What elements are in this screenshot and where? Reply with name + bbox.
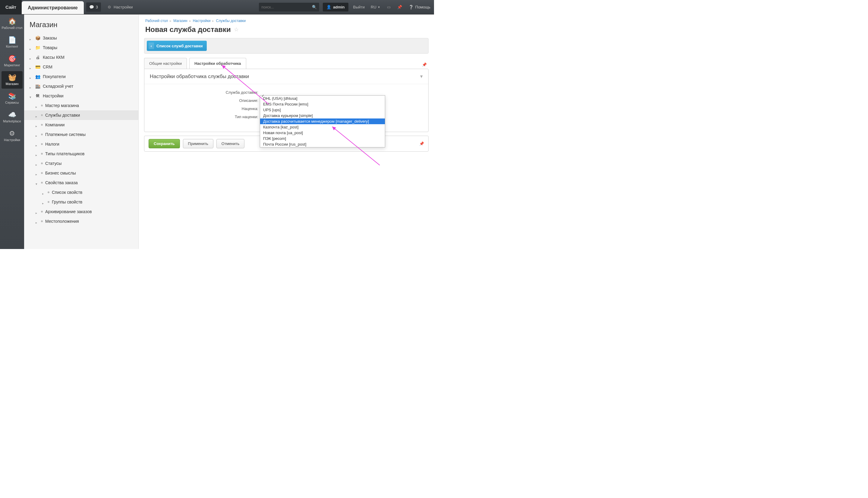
- apply-button[interactable]: Применить: [183, 139, 213, 148]
- tree-node[interactable]: Платежные системы: [24, 130, 138, 139]
- tree-node[interactable]: Группы свойств: [24, 197, 138, 207]
- bullet-icon: [41, 211, 43, 212]
- search-box[interactable]: 🔍: [259, 3, 319, 11]
- breadcrumb-link[interactable]: Рабочий стол: [145, 19, 168, 23]
- expand-arrow-icon: [29, 94, 32, 97]
- navrail-label: Сервисы: [5, 101, 19, 104]
- tree-node[interactable]: Службы доставки: [24, 110, 138, 120]
- tree-label: Покупатели: [43, 74, 66, 79]
- tab-handler[interactable]: Настройки обработчика: [189, 58, 246, 69]
- search-input[interactable]: [261, 5, 312, 9]
- user-button[interactable]: 👤 admin: [323, 3, 348, 11]
- expand-arrow-icon: [36, 171, 39, 174]
- expand-arrow-icon: [29, 85, 32, 88]
- collapse-icon[interactable]: ▾: [420, 73, 423, 80]
- tree-node[interactable]: 💳CRM: [24, 62, 138, 72]
- tab-site[interactable]: Сайт: [0, 0, 22, 14]
- tree-node[interactable]: Налоги: [24, 139, 138, 149]
- tree-node[interactable]: 📦Заказы: [24, 33, 138, 43]
- favorite-star-icon[interactable]: ☆: [234, 26, 239, 33]
- topbar-settings[interactable]: ⚙ Настройки: [103, 0, 136, 14]
- label-service: Служба доставки:: [150, 90, 261, 95]
- expand-arrow-icon: [36, 114, 39, 117]
- help-button[interactable]: ❔ Помощь: [405, 0, 434, 14]
- save-button[interactable]: Сохранить: [149, 139, 180, 148]
- tree-node[interactable]: 🛠Настройки: [24, 91, 138, 101]
- navrail-icon: 🧺: [8, 74, 16, 81]
- tree-label: Местоположения: [45, 219, 79, 224]
- tree-node[interactable]: 🖨Кассы ККМ: [24, 52, 138, 62]
- panel-icon-button[interactable]: ▭: [383, 0, 394, 14]
- lang-switch[interactable]: RU ▼: [368, 0, 383, 14]
- tree-label: Кассы ККМ: [43, 55, 65, 60]
- back-list-label: Список служб доставки: [157, 44, 202, 48]
- tree-label: Архивирование заказов: [45, 209, 92, 214]
- navrail-item-marketplace[interactable]: ☁️Marketplace: [1, 108, 23, 126]
- breadcrumb-link[interactable]: Магазин: [173, 19, 187, 23]
- tree-node[interactable]: Архивирование заказов: [24, 207, 138, 217]
- navrail-label: Marketplace: [3, 119, 21, 123]
- dropdown-option[interactable]: Почта России [rus_post]: [260, 141, 385, 147]
- tree-node[interactable]: 🏬Складской учет: [24, 81, 138, 91]
- tree-node[interactable]: Список свойств: [24, 187, 138, 197]
- tree-node[interactable]: Статусы: [24, 159, 138, 168]
- expand-arrow-icon: [36, 143, 39, 146]
- help-icon: ❔: [409, 5, 414, 10]
- navrail-item-контент[interactable]: 📄Контент: [1, 34, 23, 51]
- tree-node[interactable]: Свойства заказа: [24, 178, 138, 187]
- tree-node[interactable]: 📁Товары: [24, 43, 138, 52]
- bullet-icon: [41, 162, 43, 164]
- user-icon: 👤: [326, 5, 331, 10]
- label-description: Описание:: [150, 98, 261, 103]
- tree-node[interactable]: Компании: [24, 120, 138, 130]
- navrail-item-сервисы[interactable]: 📚Сервисы: [1, 90, 23, 107]
- pin-icon-button[interactable]: 📌: [394, 0, 405, 14]
- expand-arrow-icon: [29, 75, 32, 78]
- tree-label: Список свойств: [52, 190, 82, 195]
- tree-label: Службы доставки: [45, 113, 80, 118]
- breadcrumb-link[interactable]: Настройки: [193, 19, 211, 23]
- tab-admin[interactable]: Администрирование: [22, 1, 84, 14]
- expand-arrow-icon: [36, 133, 39, 136]
- dropdown-option[interactable]: ПЭК [pecom]: [260, 136, 385, 141]
- navrail-icon: ☁️: [8, 112, 16, 118]
- logout-link[interactable]: Выйти: [350, 0, 368, 14]
- tree-node[interactable]: Типы плательщиков: [24, 149, 138, 159]
- folder-icon: 📁: [35, 45, 40, 50]
- chevron-down-icon: ▼: [378, 6, 380, 9]
- navrail-icon: 📚: [8, 93, 16, 100]
- pin-tabs-icon[interactable]: 📌: [420, 61, 429, 69]
- dropdown-option[interactable]: Казпочта [kaz_post]: [260, 124, 385, 130]
- dropdown-option[interactable]: Новая почта [ua_post]: [260, 130, 385, 136]
- notification-box[interactable]: 💬 3: [86, 2, 101, 12]
- navrail-icon: 📄: [8, 37, 16, 43]
- user-name: admin: [333, 5, 345, 9]
- tree-node[interactable]: Мастер магазина: [24, 101, 138, 110]
- tab-general[interactable]: Общие настройки: [144, 58, 187, 69]
- navrail-item-рабочий-стол[interactable]: 🏠Рабочий стол: [1, 15, 23, 32]
- dropdown-option[interactable]: UPS [ups]: [260, 107, 385, 113]
- navrail-item-настройки[interactable]: ⚙Настройки: [1, 127, 23, 145]
- dropdown-option[interactable]: EMS Почта России [ems]: [260, 101, 385, 107]
- bullet-icon: [41, 105, 43, 106]
- expand-arrow-icon: [36, 220, 39, 223]
- folder-icon: 💳: [35, 65, 40, 69]
- navrail-label: Маркетинг: [4, 63, 20, 67]
- tree-node[interactable]: Бизнес смыслы: [24, 168, 138, 178]
- pin-buttons-icon[interactable]: 📌: [419, 141, 424, 146]
- back-list-button[interactable]: ‹ Список служб доставки: [147, 41, 207, 51]
- panel-icon: ▭: [386, 5, 391, 10]
- tree-node[interactable]: Местоположения: [24, 217, 138, 226]
- dropdown-option[interactable]: Доставка рассчитывается менеджером [mana…: [260, 118, 385, 124]
- expand-arrow-icon: [36, 152, 39, 155]
- navrail-item-маркетинг[interactable]: 🎯Маркетинг: [1, 52, 23, 70]
- navrail-item-магазин[interactable]: 🧺Магазин: [1, 71, 23, 89]
- breadcrumb-link[interactable]: Службы доставки: [216, 19, 246, 23]
- service-dropdown[interactable]: ✓ DHL (USA) [dhlusa]EMS Почта России [em…: [260, 95, 385, 147]
- dropdown-option[interactable]: Доставка курьером [simple]: [260, 113, 385, 118]
- dropdown-option[interactable]: DHL (USA) [dhlusa]: [260, 95, 385, 101]
- cancel-button[interactable]: Отменить: [216, 139, 244, 148]
- expand-arrow-icon: [36, 210, 39, 213]
- tree-node[interactable]: 👥Покупатели: [24, 72, 138, 81]
- chevron-left-icon: ‹: [149, 42, 154, 49]
